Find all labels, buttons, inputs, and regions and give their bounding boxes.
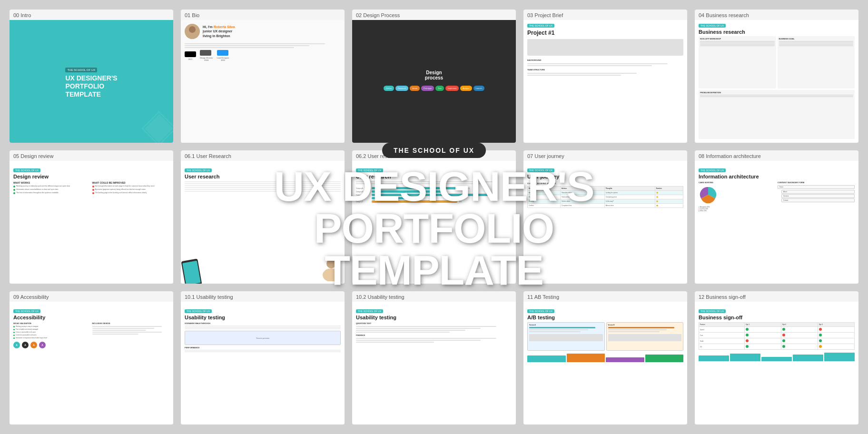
slide-03-image: [527, 39, 683, 56]
bio-line-1: [185, 43, 325, 44]
slide-00-intro[interactable]: 00 Intro THE SCHOOL OF UX UX DESIGNER'SP…: [10, 10, 173, 143]
bio-name-highlight: Roberta Silva: [214, 25, 235, 29]
ab-screens: Version A Version B: [527, 322, 683, 351]
slide-05-tag: THE SCHOOL OF UX: [13, 168, 40, 172]
slide-01-bio[interactable]: 01 Bio Hi, I'm Roberta Silvajunior UX de…: [181, 10, 345, 143]
slide-061-tag: THE SCHOOL OF UX: [185, 168, 212, 172]
slide-11-title: A/B testing: [527, 315, 683, 320]
slide-03-content: BACKGROUND TEAM STRUCTURE: [527, 59, 683, 76]
slide-07-tag: THE SCHOOL OF UX: [527, 168, 554, 172]
bso-bar-3: [761, 357, 792, 361]
slide-102-title: Usability testing: [356, 315, 512, 320]
slide-11-ab-testing[interactable]: 11 AB Testing THE SCHOOL OF UX A/B testi…: [523, 291, 687, 424]
section-team: TEAM STRUCTURE: [527, 69, 683, 71]
svg-point-2: [326, 259, 336, 268]
ia-pie-chart: [699, 185, 718, 204]
ut-performance: PERFORMANCE: [185, 346, 341, 352]
slide-08-content: CARD SORTING ■ Navigation 45% ■ Content …: [699, 181, 855, 212]
slide-09-tag: THE SCHOOL OF UX: [13, 309, 40, 313]
acc-circle-orange: A: [30, 342, 37, 348]
slide-101-tag: THE SCHOOL OF UX: [185, 309, 212, 313]
slide-01-label: 01 Bio: [181, 10, 345, 20]
dr-col-good: WHAT WORKS Working journey is relatively…: [13, 181, 91, 195]
bio-title: Hi, I'm Roberta Silvajunior UX designerl…: [203, 25, 235, 38]
slide-101-title: Usability testing: [185, 315, 341, 320]
main-grid: 00 Intro THE SCHOOL OF UX UX DESIGNER'SP…: [0, 0, 868, 434]
slide-102-tag: THE SCHOOL OF UX: [356, 309, 383, 313]
svg-point-1: [187, 33, 198, 39]
slide-061-label: 06.1 User Research: [181, 150, 345, 161]
bio-logo-bbc: 2017: [185, 51, 196, 60]
bar-b: [567, 354, 605, 362]
slide-05-design-review[interactable]: 05 Design review THE SCHOOL OF UX Design…: [10, 150, 173, 284]
slide-09-grid: WCAG VALIDATION Working journey is easy …: [13, 322, 169, 340]
acc-circle-purple: A: [39, 342, 46, 348]
slide-08-tag: THE SCHOOL OF UX: [699, 168, 726, 172]
slide-02-preview: Designprocess Define Research Ideate Pro…: [352, 20, 516, 143]
slide-11-tag: THE SCHOOL OF UX: [527, 309, 554, 313]
uj-row-4: Confirm Completes form Almost done 😊: [528, 204, 683, 208]
br-problem: PROBLEM DEFINITION: [699, 90, 855, 139]
slide-08-info-architecture[interactable]: 08 Information architecture THE SCHOOL O…: [695, 150, 858, 284]
slide-08-title: Information architecture: [699, 174, 855, 179]
slide-07-title: User journey: [527, 174, 683, 179]
bio-line-3: [185, 47, 294, 48]
slide-05-label: 05 Design review: [10, 150, 173, 161]
uj-table: Stage Actions Thoughts Emotion Awareness…: [527, 186, 683, 208]
uj-row-1: Awareness Searches online Looking for op…: [528, 191, 683, 195]
ia-content-taxonomy: CONTENT TAXONOMY FORM Home About Service…: [778, 181, 855, 212]
slide-03-project-brief[interactable]: 03 Project Brief THE SCHOOL OF UX Projec…: [523, 10, 687, 143]
br-goal: BUSINESS GOAL: [778, 36, 855, 89]
slide-101-usability-testing[interactable]: 10.1 Usability testing THE SCHOOL OF UX …: [181, 291, 345, 424]
slide-061-user-research[interactable]: 06.1 User Research THE SCHOOL OF UX User…: [181, 150, 345, 284]
process-node-implement: Implement: [445, 86, 459, 91]
slide-05-grid: WHAT WORKS Working journey is relatively…: [13, 181, 169, 195]
slide-12-tag: THE SCHOOL OF UX: [699, 309, 726, 313]
slide-03-label: 03 Project Brief: [523, 10, 687, 20]
dr-col-bad: WHAT COULD BE IMPROVED Not enough inform…: [92, 181, 170, 195]
dr-bad-3: The landing page at the booking tool doe…: [92, 192, 170, 194]
uj-subtitle: CURRENT BOOKING JOURNEY: [527, 182, 683, 185]
bar-d: [645, 355, 684, 362]
ab-screen-b: Version B: [606, 322, 684, 351]
ut-scenario: SCENARIO WALKTHROUGH: [185, 322, 341, 329]
slide-04-business-research[interactable]: 04 Business research THE SCHOOL OF UX Bu…: [695, 10, 858, 143]
slide-062-user-research-2[interactable]: 06.2 User research THE SCHOOL OF UX User…: [352, 150, 516, 284]
slide-061-person: [321, 255, 342, 281]
slide-12-business-signoff[interactable]: 12 Business sign-off THE SCHOOL OF UX Bu…: [695, 291, 858, 424]
slide-01-preview: Hi, I'm Roberta Silvajunior UX designerl…: [181, 20, 345, 143]
phone-mockup: [181, 258, 202, 284]
slide-03-tag: THE SCHOOL OF UX: [527, 24, 554, 28]
slide-062-preview: THE SCHOOL OF UX User research Category …: [352, 161, 516, 284]
ia-tree: Home About Services Contact: [778, 185, 855, 202]
dr-bad-2: A preview (payment options) being offere…: [92, 188, 170, 191]
process-node-ideate: Ideate: [410, 86, 420, 91]
slide-02-design-process[interactable]: 02 Design Process Designprocess Define R…: [352, 10, 516, 143]
slide-061-title: User research: [185, 174, 341, 179]
slide-062-title: User research: [356, 174, 512, 179]
slide-101-preview: THE SCHOOL OF UX Usability testing SCENA…: [181, 302, 345, 424]
slide-102-usability-testing-2[interactable]: 10.2 Usability testing THE SCHOOL OF UX …: [352, 291, 516, 424]
dr-good-1: Working journey is relatively quick and …: [13, 185, 91, 187]
bbc-logo-box: [185, 51, 196, 57]
section-background: BACKGROUND: [527, 59, 683, 61]
bar-c: [606, 357, 644, 362]
bso-row-1: Speed: [699, 327, 855, 333]
acc-wcag: WCAG VALIDATION Working journey is easy …: [13, 322, 91, 340]
dr-good-2: Information about rooms/additions is cle…: [13, 188, 91, 191]
uj-header-row: Stage Actions Thoughts Emotion: [528, 187, 683, 191]
phone-screen: [182, 261, 201, 284]
slide-08-preview: THE SCHOOL OF UX Information architectur…: [695, 161, 858, 284]
slide-04-content: KICK-OFF WORKSHOP BUSINESS GOAL: [699, 36, 855, 139]
bso-bar-2: [730, 354, 760, 361]
svg-point-0: [189, 26, 196, 33]
ut2-question: QUESTION TEST: [356, 322, 512, 333]
dn-logo-box: [217, 50, 228, 56]
slide-07-user-journey[interactable]: 07 User journey THE SCHOOL OF UX User jo…: [523, 150, 687, 284]
bio-logo-designit: Design Director2024: [200, 50, 213, 61]
slide-00-content: THE SCHOOL OF UX UX DESIGNER'SPORTFOLIOT…: [60, 59, 122, 103]
slide-09-accessibility[interactable]: 09 Accessibility THE SCHOOL OF UX Access…: [10, 291, 173, 424]
process-node-test: Test: [435, 86, 444, 91]
slide-00-title: UX DESIGNER'SPORTFOLIOTEMPLATE: [65, 74, 117, 98]
bio-logo-dn: Lead Designer2025: [217, 50, 229, 61]
